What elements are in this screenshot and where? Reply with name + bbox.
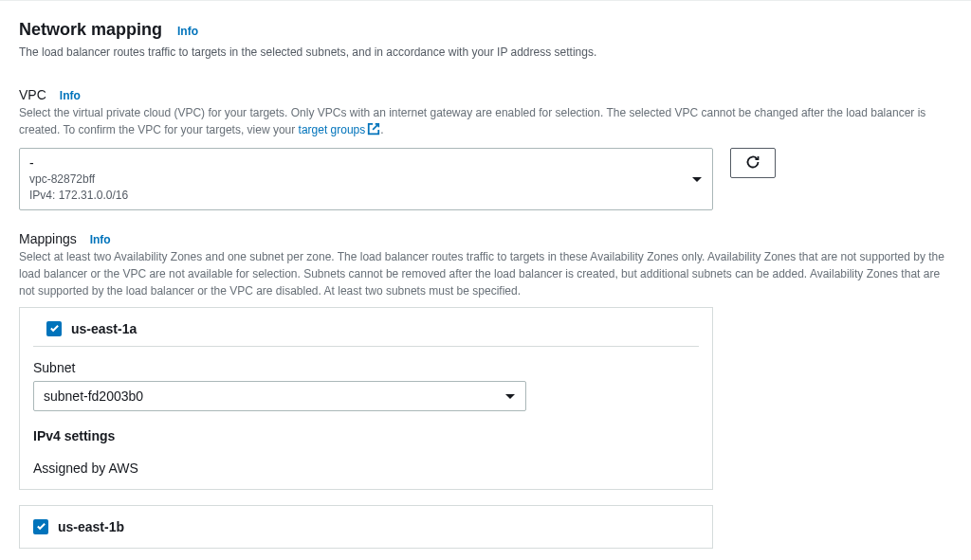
az-name: us-east-1a xyxy=(71,321,137,336)
az-name: us-east-1b xyxy=(58,519,124,534)
az-checkbox[interactable] xyxy=(46,321,62,336)
vpc-desc-post: . xyxy=(380,123,383,136)
mappings-description: Select at least two Availability Zones a… xyxy=(19,248,952,299)
info-link-header[interactable]: Info xyxy=(177,25,198,38)
az-card: us-east-1b xyxy=(19,505,713,549)
az-card: us-east-1a Subnet subnet-fd2003b0 IPv4 s… xyxy=(19,307,713,490)
vpc-select-cidr: IPv4: 172.31.0.0/16 xyxy=(29,188,684,204)
page-title: Network mapping xyxy=(19,20,162,40)
chevron-down-icon xyxy=(691,172,703,187)
az-checkbox[interactable] xyxy=(33,519,48,534)
vpc-select[interactable]: - vpc-82872bff IPv4: 172.31.0.0/16 xyxy=(19,148,713,210)
info-link-vpc[interactable]: Info xyxy=(60,89,81,102)
mappings-label: Mappings xyxy=(19,231,77,246)
subnet-select-value: subnet-fd2003b0 xyxy=(44,388,143,404)
ipv4-settings-value: Assigned by AWS xyxy=(33,461,699,476)
vpc-description: Select the virtual private cloud (VPC) f… xyxy=(19,104,952,140)
check-icon xyxy=(49,321,60,336)
chevron-down-icon xyxy=(504,388,516,404)
info-link-mappings[interactable]: Info xyxy=(90,233,111,246)
vpc-select-id: vpc-82872bff xyxy=(29,172,684,188)
vpc-desc-pre: Select the virtual private cloud (VPC) f… xyxy=(19,106,925,136)
subnet-label: Subnet xyxy=(33,360,699,375)
subnet-select[interactable]: subnet-fd2003b0 xyxy=(33,381,526,411)
target-groups-link[interactable]: target groups xyxy=(299,123,366,136)
refresh-icon xyxy=(745,154,760,172)
ipv4-settings-label: IPv4 settings xyxy=(33,428,699,443)
vpc-select-name: - xyxy=(29,154,684,172)
page-description: The load balancer routes traffic to targ… xyxy=(19,44,952,61)
refresh-button[interactable] xyxy=(730,148,776,178)
external-link-icon xyxy=(367,122,380,140)
vpc-label: VPC xyxy=(19,87,46,102)
check-icon xyxy=(36,519,46,534)
